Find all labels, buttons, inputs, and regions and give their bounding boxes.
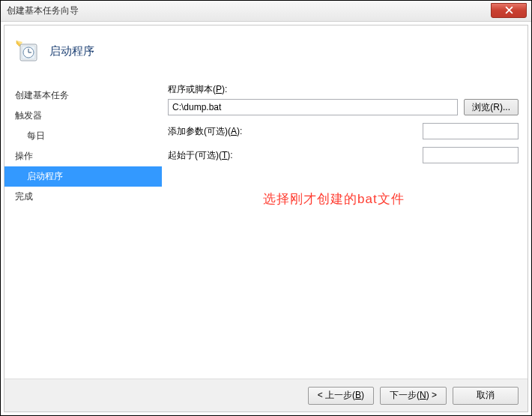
startin-row: 起始于(可选)(T): [168,147,519,163]
wizard-window: 创建基本任务向导 启动程序 [0,0,532,416]
page-title: 启动程序 [49,44,94,58]
program-label-row: 程序或脚本(P): [168,83,519,96]
arguments-input[interactable] [423,123,519,139]
arguments-row: 添加参数(可选)(A): [168,123,519,139]
program-script-input[interactable] [168,99,458,115]
close-button[interactable] [491,3,527,18]
close-icon [505,6,513,14]
back-button[interactable]: < 上一步(B) [308,387,374,405]
wizard-body: 创建基本任务 触发器 每日 操作 启动程序 完成 程序或脚本(P): 浏览(R)… [4,85,528,379]
main-form: 程序或脚本(P): 浏览(R)... 添加参数(可选)(A): 起始于(可选)(… [162,85,528,379]
wizard-header: 启动程序 [4,25,528,85]
sidebar-item-action[interactable]: 操作 [4,146,162,166]
sidebar-item-start-program[interactable]: 启动程序 [4,166,162,187]
program-script-label: 程序或脚本(P): [168,83,250,96]
content-panel: 启动程序 创建基本任务 触发器 每日 操作 启动程序 完成 程序或脚本(P): … [4,25,528,412]
sidebar-item-finish[interactable]: 完成 [4,187,162,207]
cancel-button[interactable]: 取消 [453,387,519,405]
program-input-row: 浏览(R)... [168,99,519,115]
sidebar-item-daily[interactable]: 每日 [4,126,162,146]
sidebar-item-trigger[interactable]: 触发器 [4,106,162,126]
wizard-footer: < 上一步(B) 下一步(N) > 取消 [4,379,528,412]
window-title: 创建基本任务向导 [7,4,79,17]
sidebar: 创建基本任务 触发器 每日 操作 启动程序 完成 [4,85,162,379]
sidebar-item-create-task[interactable]: 创建基本任务 [4,85,162,106]
startin-label: 起始于(可选)(T): [168,149,250,162]
arguments-label: 添加参数(可选)(A): [168,125,250,138]
annotation-text: 选择刚才创建的bat文件 [263,190,405,208]
titlebar: 创建基本任务向导 [1,1,531,22]
startin-input[interactable] [423,147,519,163]
browse-button[interactable]: 浏览(R)... [464,99,519,115]
wizard-icon [15,39,39,63]
next-button[interactable]: 下一步(N) > [380,387,447,405]
